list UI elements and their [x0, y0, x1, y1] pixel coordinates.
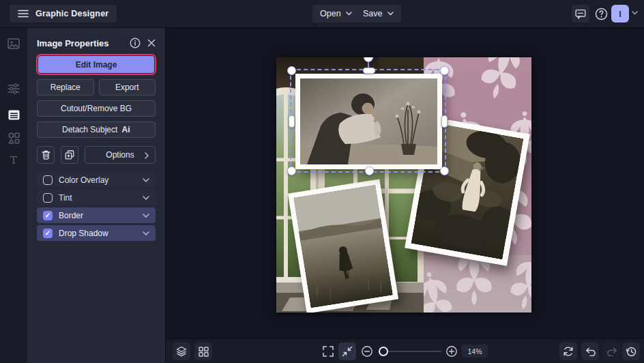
chevron-right-icon [145, 152, 149, 159]
resize-handle-ne[interactable] [440, 66, 449, 75]
canvas-workspace[interactable] [166, 27, 644, 338]
panel-title: Image Properties [37, 38, 123, 48]
feedback-button[interactable] [572, 5, 589, 23]
main-menu-button[interactable]: Graphic Designer [10, 5, 117, 23]
app-title: Graphic Designer [35, 9, 108, 18]
actual-size-button[interactable] [338, 343, 356, 360]
design-canvas[interactable] [276, 57, 531, 313]
redo-button[interactable] [603, 343, 621, 360]
fit-to-screen-button[interactable] [319, 343, 337, 360]
cutout-remove-bg-button[interactable]: Cutout/Remove BG [37, 100, 156, 117]
zoom-slider-handle[interactable] [379, 347, 388, 356]
history-button[interactable] [622, 343, 640, 360]
toggle-row-drop-shadow[interactable]: Drop Shadow [37, 225, 156, 241]
options-label: Options [106, 150, 134, 160]
photo-child-image [293, 184, 393, 308]
avatar-initial: I [619, 9, 621, 19]
chevron-down-icon[interactable] [143, 214, 149, 218]
undo-button[interactable] [581, 343, 599, 360]
zoom-out-button[interactable] [358, 343, 376, 360]
history-icon [626, 346, 636, 357]
rail-item-image-manager[interactable] [0, 33, 27, 55]
toggle-row-color-overlay[interactable]: Color Overlay [37, 172, 156, 188]
photo-child-in-field[interactable] [288, 179, 398, 313]
toggle-row-label: Drop Shadow [59, 229, 108, 238]
object-tools-row: Options [37, 146, 156, 164]
delete-button[interactable] [37, 146, 55, 164]
undo-icon [585, 347, 596, 356]
resize-handle-sw[interactable] [287, 166, 296, 175]
border-checkbox[interactable] [43, 211, 53, 220]
resize-handle-se[interactable] [440, 166, 449, 175]
panel-header: Image Properties [37, 37, 156, 49]
options-button[interactable]: Options [85, 146, 156, 164]
actual-size-icon [342, 346, 353, 357]
toggle-row-border[interactable]: Border [37, 207, 156, 223]
resize-handle-n[interactable] [363, 68, 375, 74]
close-panel-button[interactable] [147, 39, 156, 47]
selection-box[interactable] [290, 69, 446, 173]
zoom-out-icon [361, 345, 373, 358]
replace-button[interactable]: Replace [37, 79, 94, 96]
fit-screen-icon [323, 346, 334, 357]
reset-button[interactable] [559, 343, 577, 360]
rail-item-properties[interactable] [0, 104, 27, 126]
replace-label: Replace [50, 83, 80, 92]
zoom-level-display[interactable]: 14% [462, 345, 488, 358]
open-button-label: Open [320, 9, 341, 18]
detach-label: Detach Subject [62, 125, 117, 134]
help-button[interactable] [592, 5, 610, 23]
grid-icon [199, 347, 209, 357]
reset-icon [563, 346, 574, 357]
duplicate-button[interactable] [61, 146, 78, 164]
trash-icon [42, 150, 50, 160]
toggle-row-label: Color Overlay [59, 175, 108, 185]
zoom-value: 14% [467, 347, 482, 355]
panel-card-icon [8, 110, 20, 120]
save-button[interactable]: Save [355, 5, 401, 23]
layers-icon [176, 346, 187, 357]
shapes-icon [8, 132, 20, 144]
color-overlay-checkbox[interactable] [43, 175, 53, 185]
grid-view-button[interactable] [194, 343, 212, 360]
chat-feedback-icon [575, 9, 586, 19]
toggle-row-label: Tint [59, 193, 72, 203]
export-button[interactable]: Export [99, 79, 156, 96]
drop-shadow-checkbox[interactable] [43, 229, 53, 238]
duplicate-icon [65, 150, 74, 160]
open-button[interactable]: Open [312, 5, 360, 23]
tool-rail: T [0, 27, 27, 363]
resize-handle-w[interactable] [289, 115, 295, 128]
zoom-slider[interactable] [380, 351, 441, 352]
rail-item-text[interactable]: T [0, 149, 27, 171]
help-icon [595, 8, 608, 20]
graphic-designer-app: Graphic Designer Open Save I [0, 0, 644, 363]
rail-item-graphics[interactable] [0, 127, 27, 149]
rail-item-edit[interactable] [0, 78, 27, 100]
toggle-row-label: Border [59, 211, 83, 220]
sliders-icon [8, 83, 20, 94]
resize-handle-s[interactable] [365, 166, 374, 175]
edit-image-label: Edit Image [76, 60, 117, 70]
export-label: Export [115, 83, 139, 92]
chevron-down-icon[interactable] [143, 178, 149, 182]
detach-subject-button[interactable]: Detach Subject Ai [37, 121, 156, 138]
chevron-down-icon[interactable] [143, 196, 149, 200]
account-chevron-down-icon[interactable] [632, 11, 638, 15]
image-properties-panel: Image Properties Edit Image Replace [27, 27, 166, 363]
save-button-label: Save [363, 9, 383, 18]
ai-badge: Ai [121, 125, 130, 134]
hamburger-menu-icon [18, 10, 29, 18]
info-button[interactable] [130, 38, 141, 48]
account-avatar[interactable]: I [611, 5, 629, 23]
toggle-row-tint[interactable]: Tint [37, 190, 156, 205]
chevron-down-icon[interactable] [143, 231, 149, 235]
svg-text:T: T [10, 155, 17, 166]
resize-handle-nw[interactable] [287, 66, 296, 75]
tint-checkbox[interactable] [43, 193, 53, 203]
layers-button[interactable] [173, 343, 190, 360]
zoom-in-button[interactable] [443, 343, 460, 360]
chevron-down-icon [346, 12, 352, 16]
edit-image-button[interactable]: Edit Image [38, 56, 154, 73]
resize-handle-e[interactable] [441, 115, 448, 128]
